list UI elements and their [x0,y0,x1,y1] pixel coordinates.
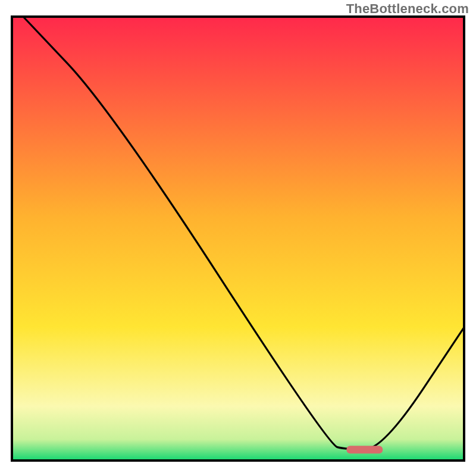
gradient-background [13,18,463,459]
optimal-marker [346,446,383,453]
watermark-text: TheBottleneck.com [346,1,469,17]
chart-svg [0,0,476,476]
chart-container: { "watermark": "TheBottleneck.com", "cha… [0,0,476,476]
plot-area [12,17,464,461]
